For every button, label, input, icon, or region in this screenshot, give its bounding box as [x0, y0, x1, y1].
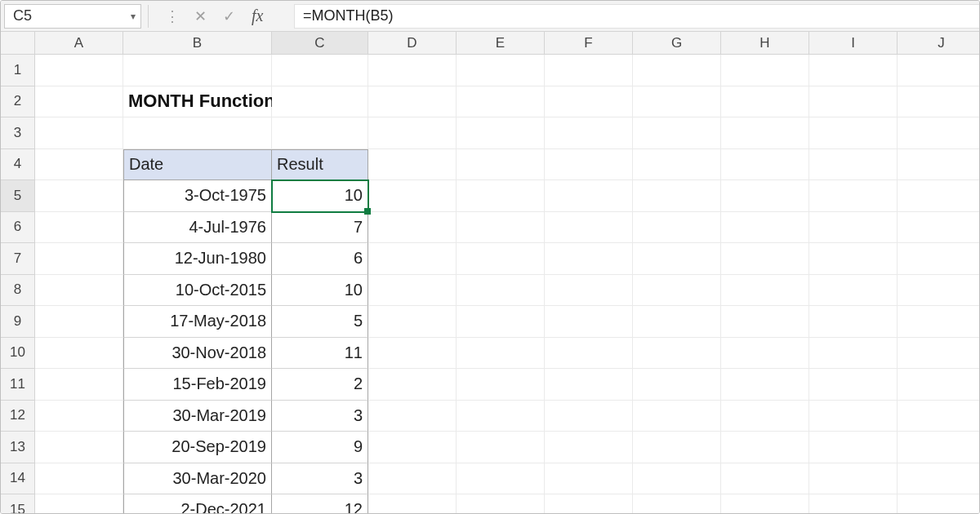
cell-B11[interactable]: 15-Feb-2019: [123, 369, 272, 401]
cell-F10[interactable]: [545, 338, 633, 370]
cell-G9[interactable]: [633, 306, 721, 338]
cell-D8[interactable]: [368, 275, 457, 307]
enter-icon[interactable]: ✓: [223, 7, 235, 25]
column-header-F[interactable]: F: [545, 32, 633, 55]
cell-A2[interactable]: [35, 86, 123, 118]
cell-D10[interactable]: [368, 338, 457, 370]
cell-F6[interactable]: [545, 212, 633, 244]
cell-E7[interactable]: [457, 243, 545, 275]
cell-H13[interactable]: [721, 432, 809, 463]
column-header-G[interactable]: G: [633, 32, 721, 55]
cell-F7[interactable]: [545, 243, 633, 275]
column-header-I[interactable]: I: [809, 32, 898, 55]
cell-A7[interactable]: [35, 243, 123, 275]
cell-J14[interactable]: [898, 463, 980, 495]
cell-J7[interactable]: [898, 243, 980, 275]
cell-H7[interactable]: [721, 243, 809, 275]
cell-H3[interactable]: [721, 117, 809, 149]
cell-A8[interactable]: [35, 275, 123, 307]
cell-B8[interactable]: 10-Oct-2015: [123, 275, 272, 307]
cell-E10[interactable]: [457, 338, 545, 370]
cell-G4[interactable]: [633, 149, 721, 181]
row-header-10[interactable]: 10: [1, 338, 35, 370]
cell-G7[interactable]: [633, 243, 721, 275]
cell-I13[interactable]: [809, 432, 898, 463]
row-header-4[interactable]: 4: [1, 149, 35, 181]
column-header-D[interactable]: D: [368, 32, 457, 55]
cell-C12[interactable]: 3: [272, 401, 368, 432]
cell-B14[interactable]: 30-Mar-2020: [123, 463, 272, 495]
column-header-H[interactable]: H: [721, 32, 809, 55]
cell-F15[interactable]: [545, 494, 633, 514]
row-header-11[interactable]: 11: [1, 369, 35, 401]
cell-E4[interactable]: [457, 149, 545, 181]
cell-G12[interactable]: [633, 401, 721, 432]
cell-I14[interactable]: [809, 463, 898, 495]
row-header-5[interactable]: 5: [1, 180, 35, 212]
cell-B10[interactable]: 30-Nov-2018: [123, 338, 272, 370]
cell-I15[interactable]: [809, 494, 898, 514]
row-header-2[interactable]: 2: [1, 86, 35, 118]
cell-G15[interactable]: [633, 494, 721, 514]
cell-I12[interactable]: [809, 401, 898, 432]
cell-D13[interactable]: [368, 432, 457, 463]
cell-D14[interactable]: [368, 463, 457, 495]
cell-A4[interactable]: [35, 149, 123, 181]
cell-J10[interactable]: [898, 338, 980, 370]
cancel-icon[interactable]: ✕: [194, 7, 207, 25]
row-header-6[interactable]: 6: [1, 212, 35, 244]
cell-H1[interactable]: [721, 55, 809, 86]
cell-A14[interactable]: [35, 463, 123, 495]
cell-C2[interactable]: [272, 86, 368, 118]
cell-B4[interactable]: Date: [123, 149, 272, 181]
cell-H5[interactable]: [721, 180, 809, 212]
cell-C7[interactable]: 6: [272, 243, 368, 275]
cell-F8[interactable]: [545, 275, 633, 307]
cell-G11[interactable]: [633, 369, 721, 401]
cell-A15[interactable]: [35, 494, 123, 514]
cell-J9[interactable]: [898, 306, 980, 338]
cell-J2[interactable]: [898, 86, 980, 118]
cell-B2[interactable]: MONTH Function: [123, 86, 272, 118]
cell-J12[interactable]: [898, 401, 980, 432]
chevron-down-icon[interactable]: ▾: [131, 11, 136, 22]
cell-I7[interactable]: [809, 243, 898, 275]
cell-E2[interactable]: [457, 86, 545, 118]
cell-E1[interactable]: [457, 55, 545, 86]
cell-I8[interactable]: [809, 275, 898, 307]
cell-I5[interactable]: [809, 180, 898, 212]
cell-G2[interactable]: [633, 86, 721, 118]
column-header-A[interactable]: A: [35, 32, 123, 55]
cell-F5[interactable]: [545, 180, 633, 212]
cell-A3[interactable]: [35, 117, 123, 149]
cell-H4[interactable]: [721, 149, 809, 181]
cell-H6[interactable]: [721, 212, 809, 244]
cell-H11[interactable]: [721, 369, 809, 401]
cell-J13[interactable]: [898, 432, 980, 463]
cell-E8[interactable]: [457, 275, 545, 307]
row-header-13[interactable]: 13: [1, 432, 35, 463]
cell-H2[interactable]: [721, 86, 809, 118]
cell-J8[interactable]: [898, 275, 980, 307]
cell-C4[interactable]: Result: [272, 149, 368, 181]
cell-F4[interactable]: [545, 149, 633, 181]
cell-D6[interactable]: [368, 212, 457, 244]
cell-D5[interactable]: [368, 180, 457, 212]
cell-C11[interactable]: 2: [272, 369, 368, 401]
cell-H10[interactable]: [721, 338, 809, 370]
column-header-B[interactable]: B: [123, 32, 272, 55]
cell-C13[interactable]: 9: [272, 432, 368, 463]
row-header-9[interactable]: 9: [1, 306, 35, 338]
cell-E15[interactable]: [457, 494, 545, 514]
cell-I6[interactable]: [809, 212, 898, 244]
cell-E14[interactable]: [457, 463, 545, 495]
cell-E5[interactable]: [457, 180, 545, 212]
cell-A5[interactable]: [35, 180, 123, 212]
cell-E3[interactable]: [457, 117, 545, 149]
cell-I1[interactable]: [809, 55, 898, 86]
cell-H12[interactable]: [721, 401, 809, 432]
cell-D3[interactable]: [368, 117, 457, 149]
cell-D7[interactable]: [368, 243, 457, 275]
cell-F2[interactable]: [545, 86, 633, 118]
cell-D4[interactable]: [368, 149, 457, 181]
